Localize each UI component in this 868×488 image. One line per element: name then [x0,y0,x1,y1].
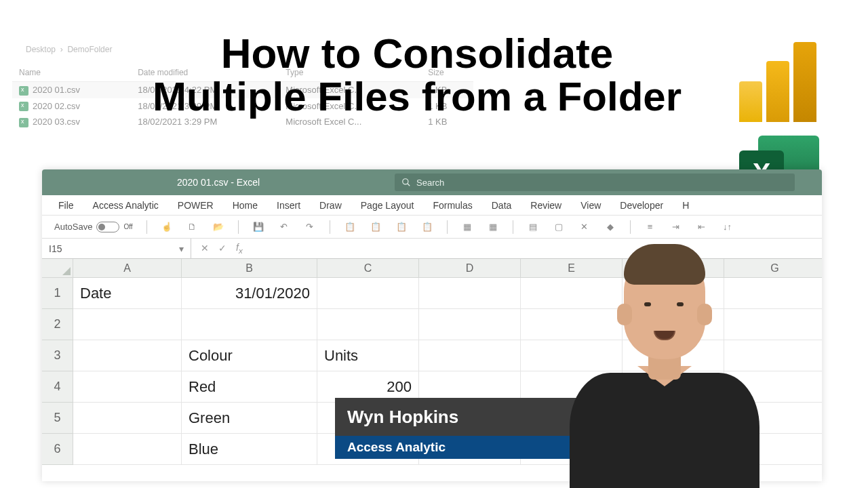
fill-color-icon[interactable]: ▦ [487,221,499,233]
undo-icon[interactable]: ↶ [278,221,290,233]
sort-icon[interactable]: ↓↑ [722,221,734,233]
tab-page-layout[interactable]: Page Layout [361,200,414,211]
cell[interactable] [521,309,623,340]
cell[interactable] [623,309,724,340]
cell[interactable] [73,309,182,340]
freeze-icon[interactable]: ▤ [527,221,539,233]
toggle-off-icon [96,222,119,232]
tab-developer[interactable]: Developer [620,200,663,211]
window-titlebar: 2020 01.csv - Excel Search [42,169,822,195]
cell[interactable] [724,340,822,371]
indent-icon[interactable]: ⇥ [670,221,682,233]
cell[interactable] [623,340,724,371]
tab-data[interactable]: Data [492,200,512,211]
row-header[interactable]: 4 [42,371,73,403]
tab-help[interactable]: H [682,200,689,211]
cell[interactable] [73,403,182,434]
formula-bar-row: I15▾ ✕ ✓ fx [42,239,822,259]
row-header[interactable]: 1 [42,278,73,309]
tab-file[interactable]: File [58,200,74,211]
cell[interactable] [623,278,724,309]
window-title: 2020 01.csv - Excel [42,177,368,188]
cell[interactable]: 31/01/2020 [182,278,317,309]
cell[interactable] [419,309,521,340]
touch-mode-icon[interactable]: ☝ [161,221,173,233]
search-box[interactable]: Search [395,174,795,191]
cell[interactable] [724,309,822,340]
search-icon [401,178,411,187]
tab-home[interactable]: Home [233,200,258,211]
cell[interactable] [623,434,724,465]
name-box[interactable]: I15▾ [42,239,191,258]
cell[interactable] [724,434,822,465]
tab-power[interactable]: POWER [178,200,214,211]
clear-icon[interactable]: ✕ [578,221,591,233]
paste-special-icon[interactable]: 📋 [370,221,382,233]
cell[interactable] [419,340,521,371]
fx-icon[interactable]: fx [236,242,243,255]
csv-icon [19,102,28,111]
cell[interactable] [724,278,822,309]
paste-icon[interactable]: 📋 [344,221,356,233]
cell[interactable] [317,278,419,309]
clipboard-icon[interactable]: 📋 [395,221,408,233]
outdent-icon[interactable]: ⇤ [696,221,708,233]
lower-third: Wyn Hopkins MVP Access Analytic [335,398,623,459]
cell[interactable] [724,403,822,434]
borders-icon[interactable]: ▢ [553,221,565,233]
cell[interactable]: Colour [182,340,317,371]
cell[interactable] [73,340,182,371]
col-header[interactable]: C [317,259,419,278]
cell[interactable] [623,371,724,403]
row-header[interactable]: 5 [42,403,73,434]
cell[interactable] [724,371,822,403]
cancel-formula-icon[interactable]: ✕ [201,243,209,253]
format-icon[interactable]: ◆ [604,221,616,233]
col-header[interactable]: G [724,259,822,278]
tab-draw[interactable]: Draw [319,200,342,211]
clipboard-icon[interactable]: 📋 [421,221,433,233]
cell[interactable] [623,403,724,434]
tab-insert[interactable]: Insert [277,200,300,211]
row-header[interactable]: 3 [42,340,73,371]
svg-point-0 [403,179,408,184]
row-header[interactable]: 6 [42,434,73,465]
cell[interactable]: Green [182,403,317,434]
tab-access-analytic[interactable]: Access Analytic [93,200,159,211]
col-header[interactable]: F [623,259,724,278]
redo-icon[interactable]: ↷ [304,221,316,233]
col-header[interactable]: B [182,259,317,278]
cell[interactable] [419,278,521,309]
accept-formula-icon[interactable]: ✓ [218,243,226,253]
row-header[interactable]: 2 [42,309,73,340]
align-icon[interactable]: ≡ [644,221,656,233]
col-header[interactable]: E [521,259,623,278]
cell[interactable] [182,309,317,340]
quick-access-toolbar: AutoSave Off ☝ 🗋 📂 💾 ↶ ↷ 📋 📋 📋 📋 ▦ ▦ ▤ ▢… [42,216,822,239]
cell[interactable]: Blue [182,434,317,465]
cell[interactable] [73,371,182,403]
cell[interactable] [317,309,419,340]
cell[interactable] [521,278,623,309]
csv-icon [19,118,28,127]
new-file-icon[interactable]: 🗋 [186,221,199,233]
col-header[interactable]: D [419,259,521,278]
tab-formulas[interactable]: Formulas [433,200,472,211]
cell[interactable] [73,434,182,465]
select-all-corner[interactable] [42,259,73,278]
tab-view[interactable]: View [580,200,601,211]
presenter-name: Wyn Hopkins [347,407,458,428]
cell[interactable]: Units [317,340,419,371]
save-icon[interactable]: 💾 [252,221,264,233]
video-title: How to Consolidate Multiple Files from a… [108,31,726,118]
mvp-badge: MVP [578,398,617,436]
open-file-icon[interactable]: 📂 [212,221,224,233]
cell[interactable] [521,340,623,371]
cell[interactable]: Date [73,278,182,309]
col-header[interactable]: A [73,259,182,278]
cell[interactable]: Red [182,371,317,403]
tab-review[interactable]: Review [530,200,561,211]
ribbon-tabs: File Access Analytic POWER Home Insert D… [42,195,822,216]
merge-icon[interactable]: ▦ [461,221,473,233]
autosave-toggle[interactable]: AutoSave Off [54,222,133,232]
